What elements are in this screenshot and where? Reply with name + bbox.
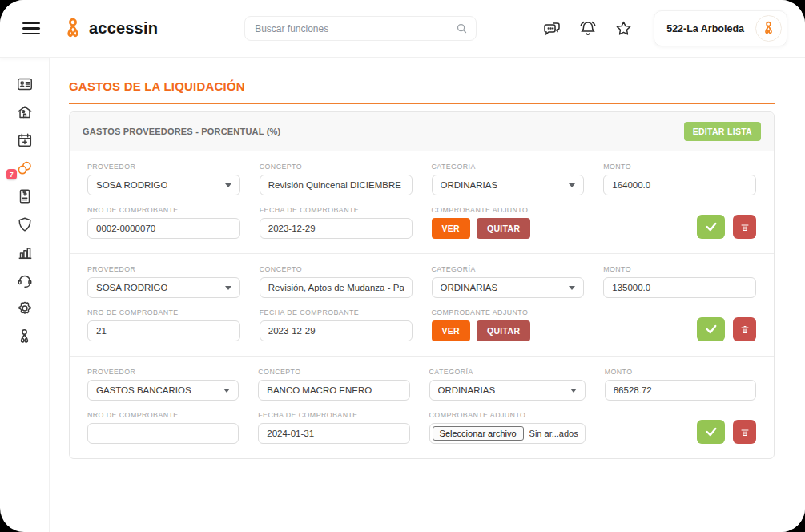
nro-comprobante-field: NRO DE COMPROBANTE [87,308,240,341]
coins-icon [15,159,34,178]
fecha-comprobante-field: FECHA DE COMPROBANTE [260,206,413,239]
accessin-logo-icon [62,18,83,40]
monto-input[interactable] [603,277,756,298]
topbar-actions: 522-La Arboleda [543,10,787,46]
nro-comprobante-input[interactable] [87,320,240,341]
concepto-input[interactable] [260,175,413,195]
sidebar: 7 [0,58,50,532]
confirm-button[interactable] [697,215,725,239]
search-input[interactable] [255,23,456,34]
delete-button[interactable] [733,215,756,239]
chevron-down-icon [225,286,231,290]
categoria-select[interactable]: ORDINARIAS [432,175,585,195]
main-content: GASTOS DE LA LIQUIDACIÓN GASTOS PROVEEDO… [50,58,805,532]
fecha-comprobante-input[interactable] [260,218,413,239]
organization-selector[interactable]: 522-La Arboleda [654,10,787,46]
check-icon [706,324,717,334]
search-box[interactable] [244,16,477,41]
sidebar-item-invoices[interactable] [14,187,35,205]
sidebar-item-profile[interactable] [14,328,35,345]
nro-comprobante-input[interactable] [87,423,239,444]
home-icon [16,103,34,121]
comprobante-adjunto-label: COMPROBANTE ADJUNTO [432,308,585,316]
monto-input[interactable] [603,175,756,195]
comprobante-adjunto-field: COMPROBANTE ADJUNTO VER QUITAR [432,308,585,341]
concepto-label: CONCEPTO [260,265,413,273]
ver-button[interactable]: VER [432,320,471,341]
quitar-button[interactable]: QUITAR [477,320,530,341]
proveedor-label: PROVEEDOR [87,163,240,171]
proveedor-select[interactable]: SOSA RODRIGO [87,277,240,298]
proveedor-field: PROVEEDOR SOSA RODRIGO [87,265,240,298]
proveedor-select[interactable]: SOSA RODRIGO [87,175,240,195]
delete-button[interactable] [733,420,756,444]
confirm-button[interactable] [697,420,725,444]
categoria-label: CATEGORÍA [429,368,586,376]
row-actions [603,308,756,341]
categoria-select[interactable]: ORDINARIAS [429,380,586,401]
monto-label: MONTO [605,368,756,376]
gear-icon [16,300,34,317]
fecha-comprobante-field: FECHA DE COMPROBANTE [260,308,413,341]
notifications-bell-icon[interactable] [578,19,598,38]
monto-field: MONTO [603,265,756,298]
monto-label: MONTO [603,265,756,273]
check-icon [706,222,717,232]
app-logo[interactable]: accessin [62,18,158,40]
categoria-select[interactable]: ORDINARIAS [432,277,585,298]
favorites-star-icon[interactable] [614,19,633,38]
chat-icon[interactable] [543,19,562,38]
sidebar-item-calendar[interactable] [14,131,35,149]
sidebar-item-reports[interactable] [14,244,35,261]
categoria-field: CATEGORÍA ORDINARIAS [432,265,585,298]
check-icon [706,427,717,437]
invoice-icon [16,187,34,205]
fecha-comprobante-input[interactable] [260,320,413,341]
proveedor-label: PROVEEDOR [87,368,239,376]
monto-label: MONTO [603,163,756,171]
confirm-button[interactable] [697,317,725,341]
sidebar-item-payments[interactable]: 7 [14,159,35,177]
card-title: GASTOS PROVEEDORES - PORCENTUAL (%) [83,127,280,136]
nro-comprobante-input[interactable] [87,218,240,239]
categoria-field: CATEGORÍA ORDINARIAS [432,163,585,195]
title-divider [69,103,775,104]
person-icon [17,328,32,345]
comprobante-adjunto-field: COMPROBANTE ADJUNTO VER QUITAR [432,206,585,239]
gastos-proveedores-card: GASTOS PROVEEDORES - PORCENTUAL (%) EDIT… [69,111,775,459]
seleccionar-archivo-button[interactable]: Seleccionar archivo [433,426,524,441]
chevron-down-icon [569,183,575,187]
topbar: accessin [0,0,805,58]
sidebar-item-security[interactable] [14,216,35,233]
proveedor-field: PROVEEDOR SOSA RODRIGO [87,163,240,195]
concepto-input[interactable] [258,380,409,401]
search-icon [456,22,468,34]
file-upload-control[interactable]: Seleccionar archivo Sin ar...ados [429,423,586,444]
calendar-plus-icon [16,131,34,149]
nro-comprobante-field: NRO DE COMPROBANTE [87,411,239,444]
expense-row: PROVEEDOR SOSA RODRIGO CONCEPTO CATEGORÍ… [70,253,774,356]
comprobante-adjunto-label: COMPROBANTE ADJUNTO [432,206,585,214]
row-actions [603,206,756,239]
nro-comprobante-field: NRO DE COMPROBANTE [87,206,240,239]
editar-lista-button[interactable]: EDITAR LISTA [684,122,761,141]
delete-button[interactable] [733,317,756,341]
monto-input[interactable] [605,380,756,401]
fecha-comprobante-label: FECHA DE COMPROBANTE [260,308,413,316]
categoria-label: CATEGORÍA [432,163,585,171]
concepto-label: CONCEPTO [260,163,413,171]
proveedor-select[interactable]: GASTOS BANCARIOS [87,380,239,401]
fecha-comprobante-input[interactable] [258,423,409,444]
sidebar-item-home[interactable] [14,103,35,121]
sidebar-item-settings[interactable] [14,300,35,317]
chevron-down-icon [225,183,231,187]
shield-icon [16,216,34,233]
sidebar-item-support[interactable] [14,272,35,289]
ver-button[interactable]: VER [432,218,471,239]
concepto-input[interactable] [260,277,413,298]
quitar-button[interactable]: QUITAR [477,218,530,239]
hamburger-menu-icon[interactable] [22,22,40,34]
nro-comprobante-label: NRO DE COMPROBANTE [87,206,240,214]
sidebar-item-id-card[interactable] [14,75,35,93]
app-window: accessin [0,0,805,532]
